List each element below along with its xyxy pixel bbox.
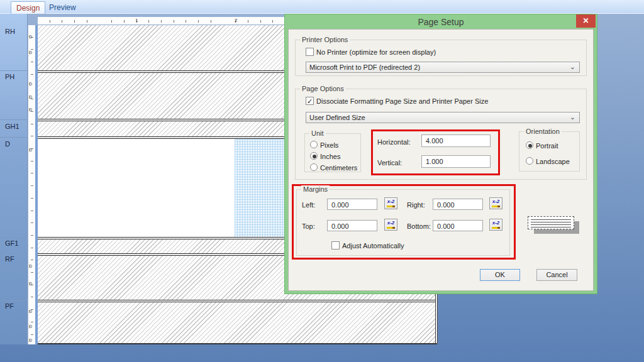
pencil-icon — [492, 206, 500, 207]
band-header-page-header[interactable]: PH — [5, 73, 14, 80]
margins-legend: Margins — [301, 185, 330, 193]
landscape-label: Landscape — [536, 158, 570, 165]
check-icon: ✓ — [307, 97, 313, 105]
band-divider — [0, 238, 28, 238]
expression-icon: x-2 — [490, 199, 502, 205]
adjust-automatically-checkbox[interactable] — [331, 241, 340, 250]
unit-centimeters-radio[interactable] — [310, 163, 318, 171]
unit-group: Unit Pixels Inches Centimeters — [304, 133, 361, 172]
preview-text-line — [531, 219, 571, 220]
band-detail-design-area[interactable] — [38, 139, 235, 237]
tab-design-label: Design — [16, 4, 40, 13]
margin-bottom-label: Bottom: — [407, 222, 431, 230]
band-header-report-header[interactable]: RH — [5, 28, 15, 35]
chevron-down-icon: ⌄ — [570, 62, 575, 72]
page-options-group: Page Options ✓ Dissociate Formatting Pag… — [295, 89, 587, 180]
dissociate-label: Dissociate Formatting Page Size and Prin… — [316, 97, 488, 105]
margin-top-input[interactable]: 0.000 — [327, 220, 377, 231]
margin-left-input[interactable]: 0.000 — [327, 199, 377, 210]
band-divider — [0, 119, 28, 120]
margin-top-label: Top: — [302, 222, 315, 230]
vertical-ruler-ticks — [31, 25, 33, 344]
expression-icon: x-2 — [385, 199, 397, 205]
ruler-marker: Ð — [29, 309, 35, 314]
adjust-automatically-label: Adjust Automatically — [342, 242, 404, 250]
preview-text-line — [531, 224, 571, 225]
pencil-icon — [387, 206, 395, 207]
band-divider — [0, 300, 28, 301]
ok-button[interactable]: OK — [480, 269, 520, 281]
horizontal-label: Horizontal: — [377, 138, 411, 146]
band-divider — [0, 254, 28, 255]
band-header-page-footer[interactable]: PF — [5, 302, 14, 310]
tab-bar: Design Preview — [0, 0, 644, 14]
band-header-report-footer[interactable]: RF — [5, 255, 14, 263]
ruler-marker: Ð — [29, 50, 35, 55]
page-size-select[interactable]: User Defined Size ⌄ — [306, 112, 580, 123]
tab-preview-label: Preview — [49, 3, 76, 12]
unit-inches-label: Inches — [320, 153, 340, 160]
ruler-marker: Ð — [29, 148, 35, 152]
orientation-group: Orientation Portrait Landscape — [519, 131, 580, 172]
page-bottom-edge — [38, 343, 437, 344]
preview-text-line — [531, 227, 571, 228]
ruler-marker: Ð — [29, 324, 35, 329]
band-header-detail[interactable]: D — [5, 140, 10, 148]
margin-right-label: Right: — [407, 201, 425, 209]
band-page-footer[interactable] — [38, 302, 437, 343]
margin-left-label: Left: — [302, 201, 315, 209]
unit-centimeters-label: Centimeters — [320, 164, 357, 172]
band-divider — [0, 70, 28, 71]
margin-right-input[interactable]: 0.000 — [433, 199, 483, 210]
ruler-marker: Ð — [29, 338, 35, 343]
close-icon: ✕ — [582, 16, 589, 25]
tab-design[interactable]: Design — [11, 1, 45, 14]
landscape-radio[interactable] — [526, 157, 533, 165]
margin-right-expression-button[interactable]: x-2 — [489, 197, 502, 209]
band-header-group-footer[interactable]: GF1 — [5, 239, 18, 247]
margin-left-expression-button[interactable]: x-2 — [384, 197, 397, 209]
page-preview-icon — [528, 216, 574, 229]
chevron-down-icon: ⌄ — [570, 112, 575, 122]
close-button[interactable]: ✕ — [576, 14, 596, 28]
unit-inches-radio[interactable] — [310, 152, 318, 160]
horizontal-ruler: 1 2 — [38, 17, 284, 25]
cancel-button[interactable]: Cancel — [536, 269, 577, 281]
margin-bottom-input[interactable]: 0.000 — [433, 220, 483, 231]
pencil-icon — [387, 227, 395, 229]
dissociate-checkbox[interactable]: ✓ — [306, 97, 314, 105]
printer-select[interactable]: Microsoft Print to PDF (redirected 2) ⌄ — [306, 62, 580, 73]
page-size-select-value: User Defined Size — [309, 114, 365, 121]
margin-bottom-expression-button[interactable]: x-2 — [489, 219, 502, 231]
vertical-ruler: Ð Ð Ð Ð Ð Ð Ð Ð Ð Ð Ð — [28, 25, 35, 344]
ruler-marker: Ð — [29, 282, 35, 286]
vertical-input[interactable]: 1.000 — [421, 155, 491, 168]
unit-pixels-label: Pixels — [320, 141, 338, 149]
orientation-legend: Orientation — [524, 128, 562, 135]
portrait-radio[interactable] — [526, 141, 533, 149]
ruler-marker: Ð — [29, 35, 35, 39]
preview-text-line — [531, 222, 571, 222]
dialog-content: Printer Options No Printer (optimize for… — [288, 29, 594, 291]
margins-group: Margins Left: 0.000 x-2 Right: 0.000 x-2… — [296, 189, 510, 256]
horizontal-input[interactable]: 4.000 — [421, 134, 491, 147]
ruler-number-2: 2 — [235, 18, 237, 23]
band-divider — [0, 137, 28, 138]
band-header-group-header[interactable]: GH1 — [5, 123, 19, 130]
page-options-legend: Page Options — [300, 85, 346, 92]
expression-icon: x-2 — [385, 220, 397, 226]
pencil-icon — [492, 227, 500, 229]
margin-top-expression-button[interactable]: x-2 — [384, 219, 397, 231]
dialog-title: Page Setup — [285, 14, 597, 30]
printer-select-value: Microsoft Print to PDF (redirected 2) — [309, 63, 420, 71]
vertical-label: Vertical: — [377, 159, 402, 167]
ruler-marker: Ð — [29, 82, 35, 86]
tab-preview[interactable]: Preview — [44, 1, 81, 14]
band-label-column: RH PH GH1 D GF1 RF PF — [0, 14, 28, 344]
printer-options-legend: Printer Options — [300, 36, 350, 43]
horizontal-ruler-ticks — [38, 20, 284, 23]
portrait-label: Portrait — [536, 142, 558, 150]
unit-pixels-radio[interactable] — [310, 141, 318, 148]
no-printer-checkbox[interactable] — [306, 48, 314, 56]
page-setup-dialog: Page Setup ✕ Printer Options No Printer … — [284, 14, 597, 294]
